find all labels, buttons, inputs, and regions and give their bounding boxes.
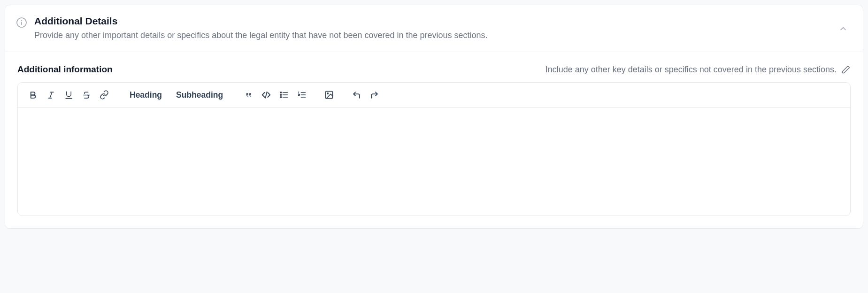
panel-description: Provide any other important details or s… [34,30,488,41]
panel-title: Additional Details [34,15,488,27]
field-label: Additional information [17,64,113,75]
pencil-icon [841,65,851,74]
chevron-up-icon [838,24,848,33]
numbered-list-icon [297,90,307,100]
bold-button[interactable] [24,86,41,103]
bullet-list-button[interactable] [276,86,292,103]
editor-textarea[interactable] [18,108,850,216]
svg-point-19 [327,93,329,94]
strikethrough-button[interactable] [78,86,95,103]
strikethrough-icon [82,91,91,100]
svg-line-5 [50,92,52,98]
header-text: Additional Details Provide any other imp… [34,15,488,41]
underline-button[interactable] [60,86,77,103]
undo-icon [352,91,361,100]
heading-button[interactable]: Heading [123,86,169,103]
editor-toolbar: Heading Subheading [18,83,850,108]
undo-button[interactable] [348,86,365,103]
image-icon [324,90,334,100]
bullet-list-icon [279,90,289,100]
bold-icon [29,91,38,100]
code-icon [261,90,271,100]
collapse-toggle[interactable] [836,21,851,36]
panel-body: Additional information Include any other… [5,52,863,228]
italic-button[interactable] [42,86,59,103]
quote-button[interactable] [240,86,257,103]
svg-point-14 [280,97,282,98]
quote-icon [244,91,253,100]
additional-details-panel: Additional Details Provide any other imp… [5,5,863,229]
subheading-button[interactable]: Subheading [169,86,230,103]
panel-header: Additional Details Provide any other imp… [5,5,863,52]
redo-button[interactable] [366,86,383,103]
numbered-list-button[interactable] [293,86,310,103]
info-icon [15,16,28,29]
svg-point-12 [280,92,282,93]
field-hint-text: Include any other key details or specifi… [545,65,837,75]
redo-icon [370,91,379,100]
field-header: Additional information Include any other… [17,64,851,75]
svg-point-13 [280,94,282,96]
link-button[interactable] [96,86,113,103]
svg-point-2 [21,20,22,21]
link-icon [100,90,109,100]
svg-line-8 [266,92,267,98]
rich-text-editor: Heading Subheading [17,82,851,216]
underline-icon [64,91,73,100]
image-button[interactable] [321,86,338,103]
field-hint-row: Include any other key details or specifi… [545,65,851,75]
edit-button[interactable] [841,65,851,74]
italic-icon [46,91,55,100]
code-button[interactable] [258,86,275,103]
